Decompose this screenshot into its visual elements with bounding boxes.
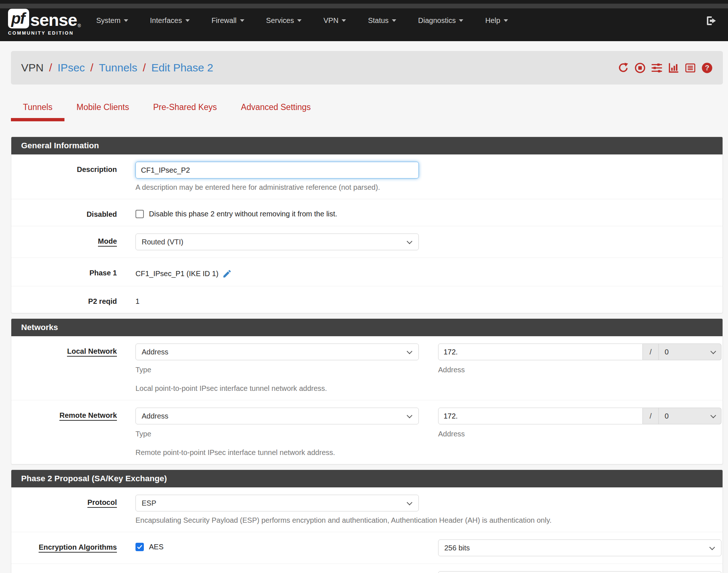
- remote-network-row: Remote Network Address Type / 0: [11, 400, 723, 464]
- chevron-down-icon: [711, 413, 716, 419]
- logo-text: sense: [30, 11, 77, 28]
- tab-tunnels[interactable]: Tunnels: [11, 98, 64, 121]
- description-input[interactable]: [135, 162, 419, 178]
- menu-item-diagnostics[interactable]: Diagnostics: [407, 11, 474, 30]
- local-address-help: Address: [438, 366, 721, 374]
- status-graph-button[interactable]: [668, 62, 679, 74]
- aes-checkbox[interactable]: [135, 543, 144, 551]
- top-navbar: pf sense ® COMMUNITY EDITION System Inte…: [0, 0, 728, 41]
- local-network-address-input[interactable]: [438, 344, 643, 360]
- description-row: Description A description may be entered…: [11, 154, 723, 199]
- menu-item-help[interactable]: Help: [474, 11, 519, 30]
- protocol-label: Protocol: [11, 495, 117, 508]
- menu-item-interfaces[interactable]: Interfaces: [139, 11, 201, 30]
- remote-address-help: Address: [438, 430, 721, 438]
- tab-mobile-clients[interactable]: Mobile Clients: [64, 98, 141, 121]
- breadcrumb-ipsec-link[interactable]: IPsec: [58, 62, 85, 74]
- p2reqid-value: 1: [135, 297, 139, 306]
- protocol-select[interactable]: ESP: [135, 495, 419, 511]
- breadcrumb-vpn: VPN: [21, 62, 44, 74]
- encryption-aes128gcm-row: AES128-GCM Auto: [11, 564, 723, 573]
- caret-down-icon: [297, 19, 302, 22]
- remote-network-label: Remote Network: [11, 408, 117, 421]
- aes-label: AES: [149, 543, 164, 551]
- encryption-algorithms-label: Encryption Algorithms: [11, 539, 117, 553]
- remote-network-address-input[interactable]: [438, 408, 643, 424]
- tab-pre-shared-keys[interactable]: Pre-Shared Keys: [141, 98, 229, 121]
- chevron-down-icon: [407, 239, 413, 244]
- caret-down-icon: [342, 19, 346, 22]
- breadcrumb: VPN / IPsec / Tunnels / Edit Phase 2: [21, 62, 213, 74]
- related-settings-button[interactable]: [651, 62, 662, 74]
- bar-chart-icon: [668, 62, 679, 74]
- log-icon: [685, 62, 696, 74]
- disabled-label: Disabled: [11, 207, 117, 219]
- tab-advanced-settings[interactable]: Advanced Settings: [229, 98, 323, 121]
- sign-out-icon: [705, 15, 717, 27]
- caret-down-icon: [392, 19, 396, 22]
- mode-row: Mode Routed (VTI): [11, 226, 723, 258]
- breadcrumb-tunnels-link[interactable]: Tunnels: [99, 62, 137, 74]
- breadcrumb-edit-phase2-link[interactable]: Edit Phase 2: [151, 62, 213, 74]
- local-network-help: Local point-to-point IPsec interface tun…: [135, 384, 720, 393]
- chevron-down-icon: [407, 349, 413, 354]
- menu-item-system[interactable]: System: [85, 11, 139, 30]
- logout-button[interactable]: [705, 15, 717, 27]
- sliders-icon: [651, 62, 662, 74]
- remote-network-type-select[interactable]: Address: [135, 408, 419, 424]
- pfsense-logo[interactable]: pf sense ® COMMUNITY EDITION: [8, 9, 81, 36]
- local-network-prefix-select[interactable]: 0: [659, 344, 721, 360]
- p2reqid-row: P2 reqid 1: [11, 286, 723, 313]
- p2reqid-label: P2 reqid: [11, 294, 117, 306]
- chevron-down-icon: [407, 500, 413, 506]
- disabled-row: Disabled Disable this phase 2 entry with…: [11, 199, 723, 226]
- help-button[interactable]: ?: [701, 62, 713, 74]
- remote-network-prefix-select[interactable]: 0: [659, 408, 721, 424]
- page-action-buttons: ?: [618, 62, 713, 74]
- aes128gcm-keylen-select[interactable]: Auto: [438, 571, 721, 573]
- stop-icon: [634, 62, 646, 74]
- mode-select[interactable]: Routed (VTI): [135, 233, 419, 250]
- local-network-type-select[interactable]: Address: [135, 344, 419, 360]
- disabled-checkbox[interactable]: [135, 210, 144, 218]
- stop-service-button[interactable]: [634, 62, 646, 74]
- general-information-panel: General Information Description A descri…: [11, 137, 723, 313]
- protocol-row: Protocol ESP Encapsulating Security Payl…: [11, 487, 723, 532]
- menu-item-status[interactable]: Status: [357, 11, 407, 30]
- refresh-service-button[interactable]: [618, 62, 629, 74]
- main-menu: System Interfaces Firewall Services VPN …: [85, 11, 519, 30]
- panel-title: General Information: [11, 137, 723, 154]
- description-help: A description may be entered here for ad…: [135, 183, 720, 192]
- registered-mark: ®: [78, 23, 81, 28]
- breadcrumb-bar: VPN / IPsec / Tunnels / Edit Phase 2: [11, 51, 723, 85]
- ipsec-tabs: Tunnels Mobile Clients Pre-Shared Keys A…: [11, 98, 723, 121]
- local-network-label: Local Network: [11, 344, 117, 357]
- log-button[interactable]: [685, 62, 696, 74]
- menu-item-vpn[interactable]: VPN: [312, 11, 357, 30]
- phase1-value: CF1_IPsec_P1 (IKE ID 1): [135, 270, 219, 278]
- caret-down-icon: [240, 19, 244, 22]
- chevron-down-icon: [407, 413, 413, 419]
- refresh-icon: [618, 62, 629, 74]
- mode-label: Mode: [11, 233, 117, 247]
- menu-item-services[interactable]: Services: [255, 11, 313, 30]
- pf-logo-mark: pf: [8, 9, 29, 28]
- protocol-help: Encapsulating Security Payload (ESP) per…: [135, 516, 720, 525]
- phase1-row: Phase 1 CF1_IPsec_P1 (IKE ID 1): [11, 258, 723, 286]
- encryption-aes-row: Encryption Algorithms AES 256 bits: [11, 532, 723, 564]
- phase2-proposal-panel: Phase 2 Proposal (SA/Key Exchange) Proto…: [11, 470, 723, 573]
- caret-down-icon: [504, 19, 508, 22]
- local-type-help: Type: [135, 366, 419, 374]
- caret-down-icon: [459, 19, 463, 22]
- slash-addon: /: [643, 408, 659, 424]
- menu-item-firewall[interactable]: Firewall: [201, 11, 255, 30]
- help-icon: ?: [701, 62, 713, 74]
- phase1-label: Phase 1: [11, 265, 117, 277]
- networks-panel: Networks Local Network Address Type /: [11, 318, 723, 464]
- aes-keylen-select[interactable]: 256 bits: [438, 539, 721, 556]
- caret-down-icon: [124, 19, 128, 22]
- disabled-checkbox-label: Disable this phase 2 entry without remov…: [149, 210, 337, 218]
- check-icon: [137, 544, 143, 550]
- pencil-icon[interactable]: [222, 269, 232, 279]
- logo-tagline: COMMUNITY EDITION: [8, 30, 81, 36]
